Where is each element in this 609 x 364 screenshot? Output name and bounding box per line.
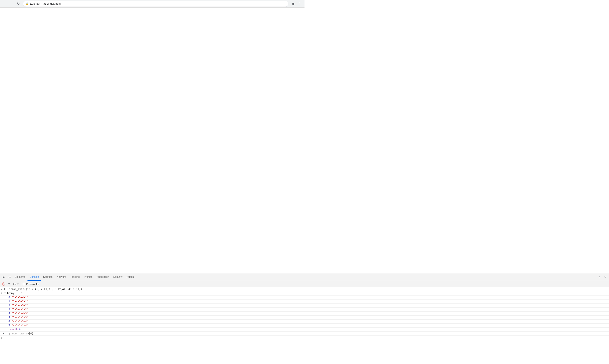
browser-chrome: ← → ↻ 🔒 Eulerian_Path/index.html ◉ ⋮: [0, 0, 304, 8]
page-content: [0, 8, 304, 91]
extensions-button[interactable]: ◉: [290, 1, 296, 7]
forward-button[interactable]: →: [8, 1, 14, 7]
reload-button[interactable]: ↻: [15, 1, 21, 7]
url-text: Eulerian_Path/index.html: [30, 2, 61, 5]
nav-buttons: ← → ↻: [2, 1, 21, 7]
menu-button[interactable]: ⋮: [297, 1, 303, 7]
browser-toolbar-right: ◉ ⋮: [290, 1, 303, 7]
back-button[interactable]: ←: [2, 1, 8, 7]
address-bar[interactable]: 🔒 Eulerian_Path/index.html: [23, 1, 289, 7]
lock-icon: 🔒: [26, 2, 29, 5]
